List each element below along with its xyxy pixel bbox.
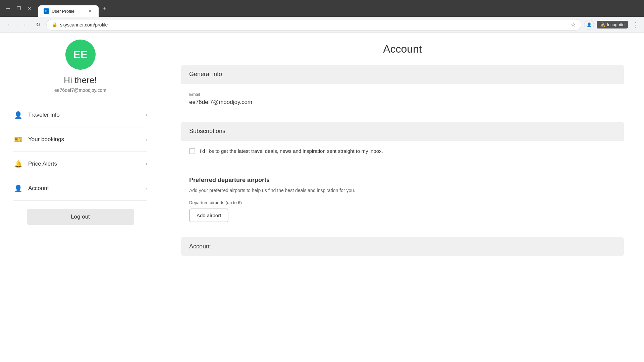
sidebar: EE Hi there! ee76def7@moodjoy.com 👤 Trav… <box>0 33 161 362</box>
new-tab-button[interactable]: + <box>100 4 109 13</box>
account-icon: 👤 <box>13 184 23 193</box>
page-title: Account <box>181 43 624 55</box>
profile-menu-button[interactable]: 👤 <box>584 20 594 30</box>
departure-airports-label: Departure airports (up to 6) <box>189 200 616 205</box>
account-bottom-header: Account <box>181 237 624 256</box>
active-tab[interactable]: S User Profile ✕ <box>38 5 99 17</box>
subscriptions-header: Subscriptions <box>181 122 624 141</box>
page-content: EE Hi there! ee76def7@moodjoy.com 👤 Trav… <box>0 33 644 362</box>
bookings-icon: 🎫 <box>13 135 23 144</box>
window-controls-left: ─ ❐ ✕ <box>3 4 34 13</box>
bookings-label: Your bookings <box>28 136 140 143</box>
add-airport-button[interactable]: Add airport <box>189 208 228 222</box>
address-bar[interactable]: 🔒 skyscanner.com/profile ☆ <box>46 19 581 31</box>
chevron-right-icon: › <box>146 112 147 118</box>
avatar: EE <box>65 40 96 70</box>
sidebar-item-your-bookings[interactable]: 🎫 Your bookings › <box>13 127 147 152</box>
subscription-text: I'd like to get the latest travel deals,… <box>200 147 383 155</box>
subscription-checkbox[interactable] <box>189 148 195 154</box>
chevron-right-icon-2: › <box>146 136 147 142</box>
sidebar-item-account[interactable]: 👤 Account › <box>13 176 147 201</box>
tab-bar: ─ ❐ ✕ S User Profile ✕ + <box>3 3 641 14</box>
tab-close-button[interactable]: ✕ <box>87 8 93 14</box>
incognito-icon: 🕵 <box>600 22 605 27</box>
url-text: skyscanner.com/profile <box>60 22 568 27</box>
traveler-info-icon: 👤 <box>13 110 23 120</box>
subscriptions-section: Subscriptions I'd like to get the latest… <box>181 122 624 162</box>
lock-icon: 🔒 <box>52 22 57 27</box>
restore-button[interactable]: ❐ <box>14 4 23 13</box>
browser-chrome: ─ ❐ ✕ S User Profile ✕ + <box>0 0 644 17</box>
email-field-value: ee76def7@moodjoy.com <box>189 99 616 106</box>
back-button[interactable]: ← <box>4 19 15 31</box>
airports-section: Preferred departure airports Add your pr… <box>181 170 624 229</box>
user-email: ee76def7@moodjoy.com <box>54 87 106 93</box>
price-alerts-icon: 🔔 <box>13 159 23 169</box>
account-bottom-section: Account <box>181 237 624 256</box>
incognito-badge[interactable]: 🕵 Incognito <box>597 21 628 28</box>
airports-title: Preferred departure airports <box>189 177 616 184</box>
airports-description: Add your preferred airports to help us f… <box>189 187 616 194</box>
chevron-right-icon-3: › <box>146 161 147 167</box>
airports-body: Preferred departure airports Add your pr… <box>181 170 624 229</box>
address-bar-row: ← → ↻ 🔒 skyscanner.com/profile ☆ 👤 🕵 Inc… <box>0 17 644 33</box>
reload-button[interactable]: ↻ <box>32 19 44 31</box>
price-alerts-label: Price Alerts <box>28 161 140 167</box>
greeting: Hi there! <box>64 75 97 85</box>
chevron-right-icon-4: › <box>146 185 147 191</box>
general-info-body: Email ee76def7@moodjoy.com <box>181 84 624 114</box>
sidebar-item-price-alerts[interactable]: 🔔 Price Alerts › <box>13 152 147 176</box>
traveler-info-label: Traveler info <box>28 112 140 118</box>
minimize-button[interactable]: ─ <box>3 4 13 13</box>
browser-menu-button[interactable]: ⋮ <box>631 21 640 28</box>
general-info-header: General info <box>181 65 624 84</box>
close-button[interactable]: ✕ <box>25 4 34 13</box>
general-info-section: General info Email ee76def7@moodjoy.com <box>181 65 624 114</box>
subscriptions-body: I'd like to get the latest travel deals,… <box>181 141 624 162</box>
main-content: Account General info Email ee76def7@mood… <box>161 33 644 362</box>
address-right-controls: 👤 🕵 Incognito ⋮ <box>584 20 640 30</box>
forward-button[interactable]: → <box>18 19 30 31</box>
subscription-checkbox-row: I'd like to get the latest travel deals,… <box>189 147 616 155</box>
tab-title: User Profile <box>52 9 85 14</box>
email-field-label: Email <box>189 92 616 97</box>
sidebar-item-traveler-info[interactable]: 👤 Traveler info › <box>13 103 147 127</box>
logout-button[interactable]: Log out <box>27 209 134 225</box>
bookmark-icon[interactable]: ☆ <box>571 21 576 28</box>
account-label: Account <box>28 185 140 192</box>
profile-icon: 👤 <box>587 22 592 27</box>
avatar-initials: EE <box>73 49 88 61</box>
tab-favicon: S <box>44 8 49 14</box>
incognito-label: Incognito <box>607 22 625 27</box>
